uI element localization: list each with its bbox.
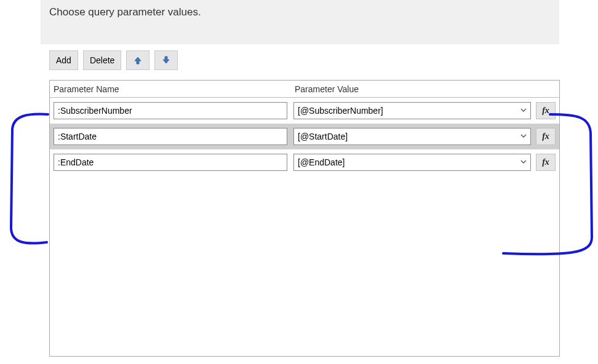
expression-button[interactable]: fx <box>536 128 556 145</box>
parameter-value-select[interactable] <box>293 154 531 171</box>
parameter-value-wrap: fx <box>293 128 556 145</box>
move-up-button[interactable] <box>126 50 150 70</box>
parameter-name-input[interactable] <box>54 128 287 145</box>
delete-button[interactable]: Delete <box>83 50 121 70</box>
table-row[interactable]: fx <box>50 124 559 149</box>
column-header-name: Parameter Name <box>50 84 291 94</box>
column-header-value: Parameter Value <box>291 84 559 94</box>
arrow-up-icon <box>134 56 142 65</box>
parameter-name-input[interactable] <box>54 154 287 171</box>
parameter-value-input[interactable] <box>293 154 531 171</box>
grid-header: Parameter Name Parameter Value <box>50 81 559 98</box>
parameter-name-input[interactable] <box>54 102 287 119</box>
move-down-button[interactable] <box>154 50 178 70</box>
table-row[interactable]: fx <box>50 98 559 124</box>
arrow-down-icon <box>162 56 170 65</box>
parameter-value-select[interactable] <box>293 128 531 145</box>
parameter-value-wrap: fx <box>293 154 556 171</box>
toolbar: Add Delete <box>49 50 178 70</box>
table-row[interactable]: fx <box>50 149 559 175</box>
page-title: Choose query parameter values. <box>49 6 551 18</box>
parameter-value-select[interactable] <box>293 102 531 119</box>
dialog-header: Choose query parameter values. <box>41 0 559 44</box>
expression-button[interactable]: fx <box>536 102 556 119</box>
parameter-value-input[interactable] <box>293 128 531 145</box>
parameter-value-wrap: fx <box>293 102 556 119</box>
annotation-left <box>2 111 50 252</box>
add-button[interactable]: Add <box>49 50 78 70</box>
expression-button[interactable]: fx <box>536 154 556 171</box>
parameters-grid: Parameter Name Parameter Value fxfxfx <box>49 80 560 357</box>
parameter-value-input[interactable] <box>293 102 531 119</box>
